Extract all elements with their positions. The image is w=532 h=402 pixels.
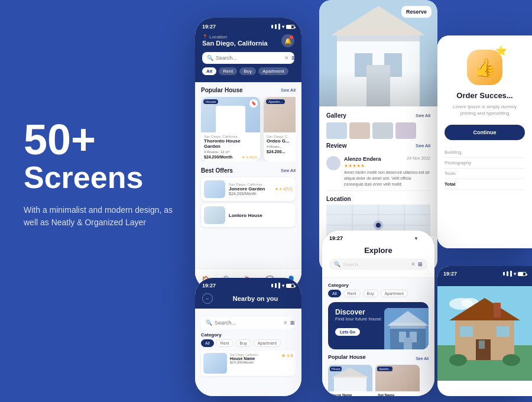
house-price-2: $24.200...: [267, 150, 285, 154]
gallery-thumb-2[interactable]: [349, 122, 370, 139]
nearby-tab-all[interactable]: All: [201, 339, 214, 347]
explore-tab-buy[interactable]: Buy: [363, 290, 378, 297]
nearby-filter-icon[interactable]: ⊞: [290, 320, 295, 326]
house-tag-2: Apartm...: [266, 99, 285, 104]
filter-icon[interactable]: ⊞: [291, 55, 296, 61]
nearby-search-icon: 🔍: [206, 320, 212, 326]
gallery-see-all[interactable]: See All: [416, 113, 430, 118]
offer-info-1: San Diego, California Joneore Garden $24…: [229, 183, 271, 196]
explore-search-icon: 🔍: [334, 261, 340, 267]
nearby-status-icons: ▾: [271, 283, 294, 288]
nearby-category-label: Category: [201, 332, 296, 338]
search-bar[interactable]: 🔍 ✕ ⊞: [202, 52, 294, 64]
nearby-search-input[interactable]: [215, 320, 281, 326]
discover-title: Discover: [335, 308, 382, 316]
explore-tab-rent[interactable]: Rent: [343, 290, 361, 297]
pop-image-2: Apartm...: [375, 365, 420, 391]
phone6-header: 19:27 ▾: [437, 266, 532, 286]
order-success-desc: Lorem Ipsum is simply dummy printing and…: [445, 103, 525, 116]
review-see-all[interactable]: See All: [416, 143, 430, 148]
save-house-1[interactable]: 🔖: [249, 99, 258, 108]
review-title: Review: [326, 142, 346, 149]
offer-item-1[interactable]: San Diego, California Joneore Garden $24…: [201, 177, 296, 201]
pop-card-1[interactable]: House House Name $24.200/M: [328, 365, 372, 396]
lets-go-button[interactable]: Lets Go: [335, 328, 360, 336]
filter-all[interactable]: All: [202, 67, 216, 75]
pop-info-1: House Name $24.200/M: [328, 391, 372, 396]
hero-screens: Screens: [24, 161, 189, 194]
search-input[interactable]: [216, 55, 282, 61]
nearby-search[interactable]: 🔍 ✕ ⊞: [201, 317, 296, 329]
discover-house-image: [384, 308, 429, 349]
offer-image-2: [204, 206, 225, 224]
gallery-thumb-4[interactable]: [395, 122, 416, 139]
phone-header: 19:27 ▾ 📍Location San Diego, California …: [195, 18, 301, 82]
popular-title: Popular House: [201, 87, 243, 93]
house-name-2: Ordeo G...: [267, 138, 296, 144]
svg-point-38: [502, 354, 520, 366]
explore-search[interactable]: 🔍 Search... ✕ ⊞: [329, 258, 427, 270]
search-icon: 🔍: [207, 55, 213, 61]
svg-rect-32: [494, 303, 501, 317]
house-price-1: $24.200/Month: [204, 155, 232, 159]
phone-explore: 19:27 ▾ Explore 🔍 Search... ✕ ⊞ Category…: [322, 231, 434, 396]
order-detail-photography: Photography: [445, 158, 525, 168]
svg-rect-35: [460, 326, 473, 337]
review-item: Alenzo Endera 24 Nov 2022 ★★★★★ Amet min…: [326, 153, 430, 191]
phone-nearby: 19:27 ▾ ← Nearby on you 🔍 ✕ ⊞ Category A…: [195, 278, 301, 396]
nearby-tab-buy[interactable]: Buy: [236, 339, 251, 347]
order-details: Building Photography Tools Total: [445, 147, 525, 190]
pop-card-2[interactable]: Apartm... Apt Name $18.500/M: [375, 365, 420, 396]
house-price-row-1: $24.200/Month ★ 4.4(52): [204, 155, 257, 159]
nearby-wifi-icon: ▾: [282, 283, 284, 288]
wifi-icon: ▾: [282, 24, 284, 30]
phone-main: 19:27 ▾ 📍Location San Diego, California …: [195, 18, 301, 290]
battery-icon: [286, 25, 294, 29]
discover-house-svg: [384, 308, 429, 349]
house-card-1[interactable]: House 🔖 San Diego, California Thoronto H…: [201, 97, 260, 161]
notification-bell[interactable]: 🔔: [281, 34, 294, 47]
filter-buy[interactable]: Buy: [239, 67, 256, 75]
filter-apartment[interactable]: Apartment: [258, 67, 288, 75]
popular-explore-see-all[interactable]: See All: [416, 356, 429, 361]
nearby-tab-rent[interactable]: Rent: [216, 339, 233, 347]
back-button[interactable]: ←: [202, 293, 213, 304]
notification-dot: [290, 35, 293, 39]
phone6-status-bar: 19:27 ▾: [443, 271, 526, 277]
explore-search-placeholder: Search...: [343, 262, 408, 267]
nearby-rating-1: ★ 4.8: [281, 353, 293, 374]
order-success-title: Order Succes...: [456, 91, 512, 100]
gallery-thumb-1[interactable]: [326, 122, 347, 139]
explore-filter-icon[interactable]: ⊞: [418, 261, 423, 267]
pop-info-2: Apt Name $18.500/M: [375, 391, 420, 396]
gallery-thumb-3[interactable]: [372, 122, 393, 139]
hero-number: 50+: [24, 118, 189, 161]
explore-clear-icon[interactable]: ✕: [411, 261, 416, 267]
order-detail-tools: Tools: [445, 168, 525, 179]
nearby-clear-icon[interactable]: ✕: [283, 320, 288, 326]
explore-tab-all[interactable]: All: [328, 290, 341, 297]
house-exterior-photo: [437, 286, 532, 381]
offers-section-header: Best Offers See All: [201, 167, 296, 174]
pop-name-2: Apt Name: [378, 393, 417, 396]
nearby-title: Nearby on you: [216, 295, 294, 302]
location-row: 📍Location San Diego, California 🔔: [202, 34, 294, 47]
house-card-2[interactable]: Apartm... 🔖 San Diego, C... Ordeo G... 4…: [264, 97, 296, 161]
location-name: San Diego, California: [202, 40, 268, 47]
nearby-tab-apartment[interactable]: Apartment: [254, 339, 281, 347]
clear-search-icon[interactable]: ✕: [284, 55, 289, 61]
signal-1: [271, 25, 273, 28]
review-text: Amet minim mollit non deserunt ullamco e…: [344, 170, 430, 187]
reviewer-info: Alenzo Endera 24 Nov 2022 ★★★★★ Amet min…: [344, 156, 430, 187]
reserve-badge[interactable]: Reserve: [401, 6, 432, 18]
offers-see-all[interactable]: See All: [281, 168, 296, 173]
order-detail-total: Total: [445, 179, 525, 190]
popular-see-all[interactable]: See All: [281, 87, 296, 93]
offer-item-2[interactable]: Lontoro House: [201, 203, 296, 227]
explore-tab-apartment[interactable]: Apartment: [381, 290, 408, 297]
reviewer-name: Alenzo Endera: [344, 156, 381, 162]
filter-rent[interactable]: Rent: [219, 67, 237, 75]
location-title: Location: [326, 196, 430, 202]
nearby-item-1[interactable]: San Diego, California House Name $24.200…: [201, 351, 296, 376]
continue-button[interactable]: Continue: [445, 125, 525, 140]
